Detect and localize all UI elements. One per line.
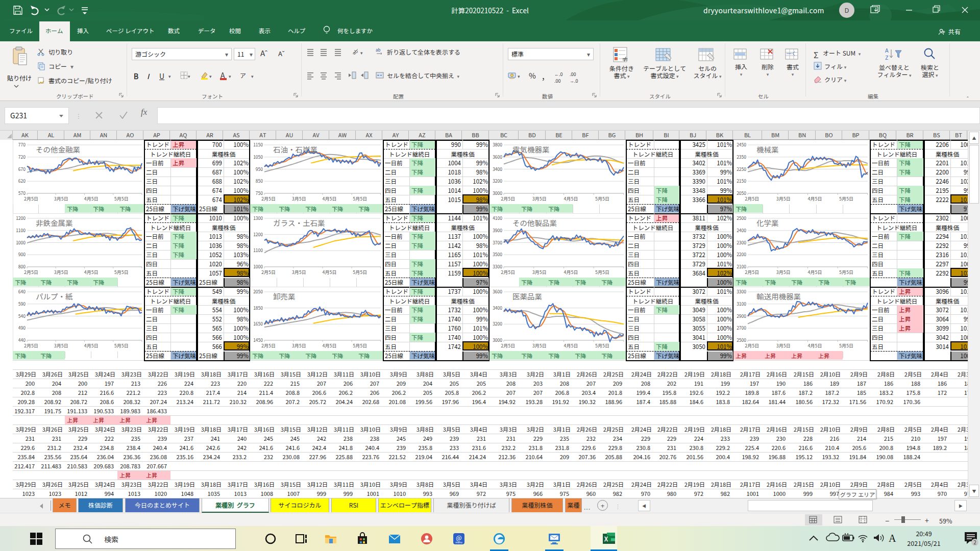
svg-text:4月5日: 4月5日 [84,342,99,349]
svg-text:640: 640 [18,288,26,294]
svg-text:5月5日: 5月5日 [595,269,609,276]
svg-text:950: 950 [256,166,263,172]
svg-text:2月5日: 2月5日 [24,269,38,276]
svg-text:3月5日: 3月5日 [776,269,791,276]
svg-text:1300: 1300 [253,215,263,221]
svg-text:医薬品業: 医薬品業 [512,291,542,302]
svg-text:3月5日: 3月5日 [54,342,68,349]
svg-text:5月5日: 5月5日 [114,269,129,276]
svg-text:2050: 2050 [253,288,263,294]
svg-text:2400: 2400 [737,227,746,233]
svg-text:化学業: 化学業 [756,217,779,228]
svg-text:5月5日: 5月5日 [595,342,609,349]
svg-text:1150: 1150 [253,141,263,147]
svg-text:3月5日: 3月5日 [54,195,68,202]
svg-text:5月5日: 5月5日 [114,195,129,202]
svg-text:2月5日: 2月5日 [24,342,38,349]
svg-text:その他金融業: その他金融業 [36,144,80,155]
svg-text:2月5日: 2月5日 [261,342,276,349]
svg-text:3月5日: 3月5日 [54,269,68,276]
svg-text:≠: ≠ [622,54,628,64]
svg-text:3400: 3400 [493,305,502,311]
svg-text:5月5日: 5月5日 [595,195,609,202]
svg-text:3300: 3300 [737,288,746,294]
svg-text:1200: 1200 [16,215,26,221]
svg-text:3600: 3600 [493,154,502,160]
svg-text:4月5日: 4月5日 [564,342,578,349]
svg-text:2250: 2250 [737,166,746,172]
svg-text:2300: 2300 [737,239,746,245]
svg-text:2月5日: 2月5日 [745,342,759,349]
svg-text:540: 540 [18,313,26,319]
svg-text:4月5日: 4月5日 [807,269,822,276]
svg-text:非鉄金属業: 非鉄金属業 [36,217,73,228]
svg-text:5月5日: 5月5日 [353,342,367,349]
svg-text:3月5日: 3月5日 [532,269,547,276]
svg-text:2月5日: 2月5日 [261,195,276,202]
svg-text:3600: 3600 [493,288,502,294]
svg-text:2月5日: 2月5日 [501,342,515,349]
svg-text:1850: 1850 [253,305,263,311]
svg-text:5月5日: 5月5日 [353,269,367,276]
svg-text:4月5日: 4月5日 [564,269,578,276]
svg-text:3100: 3100 [737,300,746,307]
svg-text:2月5日: 2月5日 [501,195,515,202]
svg-text:2月5日: 2月5日 [24,195,38,202]
svg-text:menu: menu [455,540,462,544]
svg-text:720: 720 [18,154,26,160]
svg-text:2200: 2200 [737,251,746,257]
svg-text:2月5日: 2月5日 [745,269,759,276]
svg-text:5月5日: 5月5日 [839,195,853,202]
svg-text:卸売業: 卸売業 [273,291,296,302]
svg-text:3400: 3400 [493,166,502,172]
svg-text:850: 850 [256,178,263,184]
svg-text:1050: 1050 [253,154,263,160]
svg-text:3200: 3200 [493,178,502,184]
svg-text:4月5日: 4月5日 [323,342,337,349]
svg-text:機械業: 機械業 [756,144,779,155]
svg-text:3月5日: 3月5日 [532,342,547,349]
svg-text:3月5日: 3月5日 [532,195,547,202]
svg-text:2月5日: 2月5日 [501,269,515,276]
svg-text:1200: 1200 [253,231,263,237]
svg-text:2月5日: 2月5日 [745,195,759,202]
svg-text:4月5日: 4月5日 [807,342,822,349]
svg-text:3500: 3500 [493,251,502,257]
svg-text:2350: 2350 [737,154,746,160]
svg-text:590: 590 [18,300,26,307]
svg-text:3900: 3900 [493,227,502,233]
svg-text:2900: 2900 [737,313,746,319]
svg-text:輸送用機器業: 輸送用機器業 [756,291,801,302]
svg-text:電気機器業: 電気機器業 [512,144,550,155]
svg-text:3月5日: 3月5日 [292,342,306,349]
svg-text:1100: 1100 [16,227,26,233]
svg-text:ab: ab [376,47,381,53]
svg-text:900: 900 [18,251,26,257]
svg-text:4月5日: 4月5日 [323,269,337,276]
svg-text:Z: Z [885,53,889,61]
svg-text:5月5日: 5月5日 [114,342,129,349]
svg-text:1100: 1100 [253,247,263,253]
svg-text:490: 490 [18,324,26,331]
svg-text:3800: 3800 [493,141,502,147]
svg-text:ab: ab [351,47,359,56]
svg-text:770: 770 [18,141,26,147]
svg-text:4月5日: 4月5日 [564,195,578,202]
svg-text:2月5日: 2月5日 [261,269,276,276]
svg-text:1000: 1000 [16,239,26,245]
svg-text:3月5日: 3月5日 [292,269,306,276]
svg-text:5月5日: 5月5日 [353,195,367,202]
svg-text:5月5日: 5月5日 [839,269,853,276]
svg-text:2700: 2700 [737,324,746,331]
svg-text:3月5日: 3月5日 [776,342,791,349]
svg-text:ガラス・土石業: ガラス・土石業 [273,217,325,228]
svg-text:石油・石炭業: 石油・石炭業 [273,144,317,155]
svg-text:4月5日: 4月5日 [807,195,822,202]
svg-text:A: A [889,533,896,544]
svg-text:その他製品業: その他製品業 [512,217,557,228]
svg-text:5月5日: 5月5日 [839,342,853,349]
svg-text:3月5日: 3月5日 [776,195,791,202]
svg-text:670: 670 [18,166,26,172]
svg-text:2450: 2450 [737,141,746,147]
svg-text:3700: 3700 [493,239,502,245]
